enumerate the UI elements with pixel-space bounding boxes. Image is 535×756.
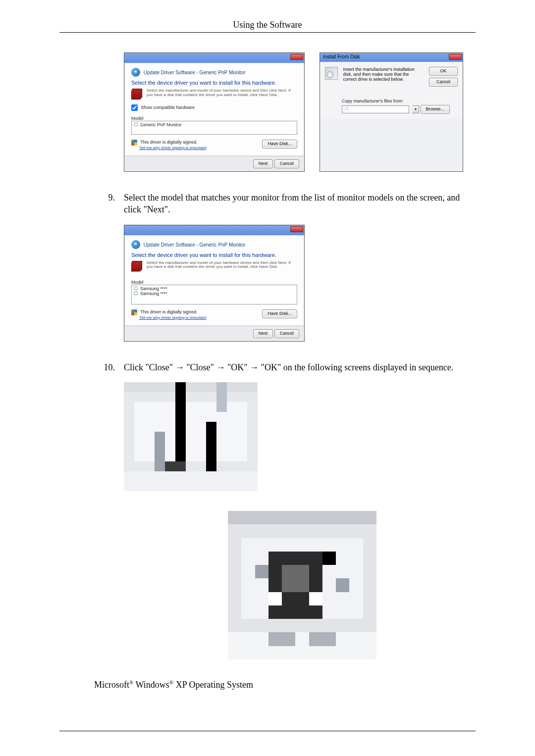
dialog-titlebar [124, 53, 304, 63]
step-text: Click "Close" → "Close" → "OK" → "OK" on… [124, 361, 476, 373]
have-disk-button[interactable]: Have Disk... [262, 140, 297, 149]
svg-rect-21 [336, 578, 349, 592]
browse-button[interactable]: Browse... [421, 105, 450, 114]
svg-rect-23 [268, 632, 296, 646]
svg-rect-19 [322, 552, 336, 565]
svg-rect-10 [124, 471, 258, 491]
show-compatible-checkbox[interactable] [131, 104, 138, 111]
have-disk-button[interactable]: Have Disk... [262, 309, 297, 318]
dialog-titlebar [124, 225, 304, 235]
step-10: 10. Click "Close" → "Close" → "OK" → "OK… [59, 361, 476, 373]
signed-row: This driver is digitally signed. Have Di… [131, 309, 297, 320]
signed-text: This driver is digitally signed. [140, 309, 197, 314]
svg-rect-24 [309, 632, 336, 646]
footer-rule [59, 731, 476, 731]
page-header: Using the Software [59, 20, 476, 30]
dialog-description: Select the manufacturer and model of you… [147, 89, 293, 98]
svg-rect-18 [309, 592, 322, 605]
step-text: Select the model that matches your monit… [124, 192, 476, 216]
svg-rect-1 [124, 382, 258, 392]
list-item[interactable]: Generic PnP Monitor [134, 122, 295, 127]
close-icon[interactable] [449, 54, 462, 60]
signed-text: This driver is digitally signed. [140, 140, 197, 145]
next-button[interactable]: Next [253, 159, 273, 168]
shield-icon [131, 140, 137, 146]
header-rule [59, 32, 476, 33]
ok-button[interactable]: OK [429, 67, 458, 76]
dialog-footer: Next Cancel [124, 156, 304, 171]
list-item[interactable]: Samsung **** [134, 291, 295, 296]
dialog-title: Install From Disk [320, 53, 463, 62]
path-input[interactable] [342, 105, 409, 113]
svg-rect-12 [228, 511, 376, 524]
disk-icon [325, 67, 338, 80]
back-icon[interactable] [131, 68, 140, 77]
install-from-disk-dialog: Install From Disk Insert the manufacture… [320, 52, 463, 172]
os-footer-line: Microsoft® Windows® XP Operating System [94, 679, 476, 690]
shield-icon [131, 309, 137, 315]
dialog-heading: Select the device driver you want to ins… [131, 252, 297, 258]
hardware-chip-icon [131, 261, 142, 272]
copy-from-label: Copy manufacturer's files from: [342, 99, 458, 103]
step-number: 9. [59, 192, 124, 216]
thumbnail-figure-2 [228, 511, 476, 659]
install-disk-message: Insert the manufacturer's installation d… [343, 67, 423, 82]
model-list[interactable]: Samsung **** Samsung **** [131, 285, 297, 304]
breadcrumb: Update Driver Software - Generic PnP Mon… [144, 70, 245, 75]
list-item[interactable]: Samsung **** [134, 286, 295, 291]
model-label: Model [131, 116, 297, 121]
update-driver-dialog-2: Update Driver Software - Generic PnP Mon… [124, 225, 305, 342]
show-compatible-row[interactable]: Show compatible hardware [131, 104, 297, 111]
svg-rect-22 [228, 632, 376, 659]
svg-rect-9 [216, 382, 227, 412]
signed-row: This driver is digitally signed. Have Di… [131, 140, 297, 150]
breadcrumb: Update Driver Software - Generic PnP Mon… [144, 242, 245, 247]
back-icon[interactable] [131, 240, 140, 249]
cancel-button[interactable]: Cancel [274, 159, 299, 168]
svg-rect-8 [155, 432, 165, 471]
svg-rect-20 [255, 565, 268, 578]
step-number: 10. [59, 361, 124, 373]
cancel-button[interactable]: Cancel [274, 329, 299, 338]
model-label: Model [131, 280, 297, 285]
step-9: 9. Select the model that matches your mo… [59, 192, 476, 216]
thumbnail-figure-1 [124, 382, 476, 491]
cancel-button[interactable]: Cancel [429, 78, 458, 87]
hardware-chip-icon [131, 89, 142, 100]
svg-rect-16 [282, 565, 309, 592]
close-icon[interactable] [290, 54, 303, 60]
close-icon[interactable] [290, 226, 303, 232]
update-driver-dialog-1: Update Driver Software - Generic PnP Mon… [124, 52, 305, 172]
figure-row-1: Update Driver Software - Generic PnP Mon… [124, 52, 476, 172]
model-list[interactable]: Generic PnP Monitor [131, 121, 297, 135]
dialog-description: Select the manufacturer and model of you… [147, 261, 293, 270]
svg-rect-17 [268, 592, 282, 605]
svg-rect-3 [134, 402, 247, 461]
dialog-heading: Select the device driver you want to ins… [131, 80, 297, 86]
next-button[interactable]: Next [253, 329, 273, 338]
show-compatible-label: Show compatible hardware [141, 105, 195, 110]
dialog-footer: Next Cancel [124, 326, 304, 341]
chevron-down-icon[interactable]: ▾ [412, 105, 419, 113]
